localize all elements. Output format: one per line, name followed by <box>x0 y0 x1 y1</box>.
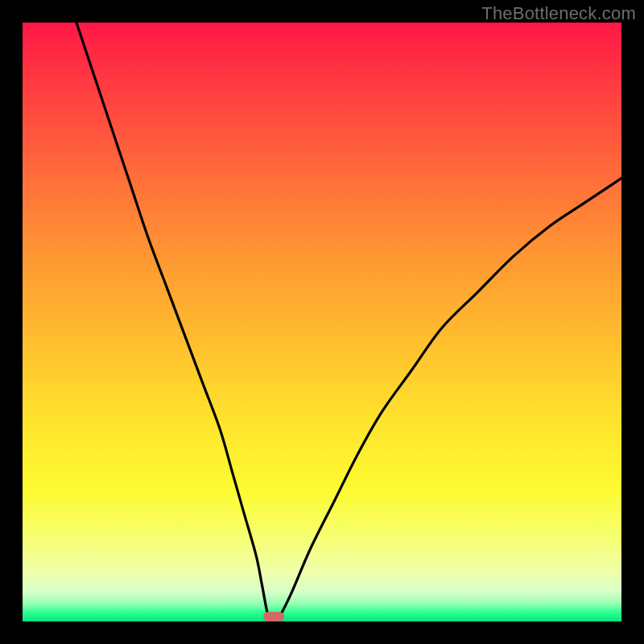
watermark-text: TheBottleneck.com <box>481 3 636 24</box>
plot-area <box>23 23 621 621</box>
minimum-marker <box>263 612 284 621</box>
bottleneck-curve <box>23 23 621 621</box>
chart-frame: TheBottleneck.com <box>0 0 644 644</box>
